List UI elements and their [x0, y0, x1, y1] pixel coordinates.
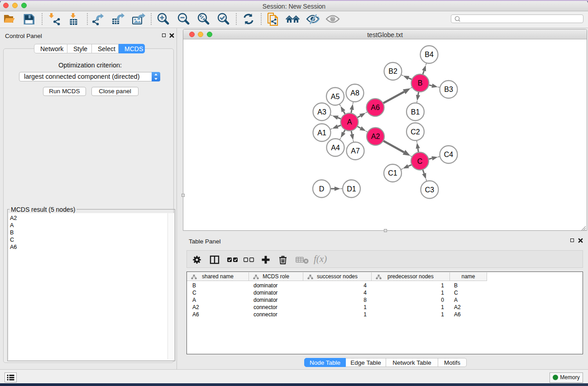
svg-text:B: B [418, 79, 423, 87]
svg-text:C4: C4 [444, 151, 454, 158]
svg-text:A5: A5 [331, 93, 340, 100]
svg-text:C3: C3 [425, 186, 435, 194]
svg-text:A2: A2 [371, 133, 380, 140]
svg-text:B2: B2 [388, 67, 397, 75]
svg-text:A1: A1 [317, 129, 326, 137]
svg-text:A: A [347, 118, 352, 126]
svg-text:B3: B3 [444, 86, 453, 93]
svg-text:D: D [319, 185, 325, 193]
svg-text:C1: C1 [388, 169, 397, 177]
svg-text:B4: B4 [425, 51, 434, 58]
svg-text:A7: A7 [351, 147, 360, 155]
svg-text:B1: B1 [411, 108, 420, 116]
svg-text:A4: A4 [331, 144, 340, 152]
svg-text:C2: C2 [411, 128, 420, 136]
svg-text:A3: A3 [317, 108, 326, 116]
svg-text:A6: A6 [371, 104, 380, 111]
svg-text:A8: A8 [350, 89, 359, 97]
svg-text:C: C [417, 157, 423, 165]
svg-text:D1: D1 [347, 185, 356, 193]
